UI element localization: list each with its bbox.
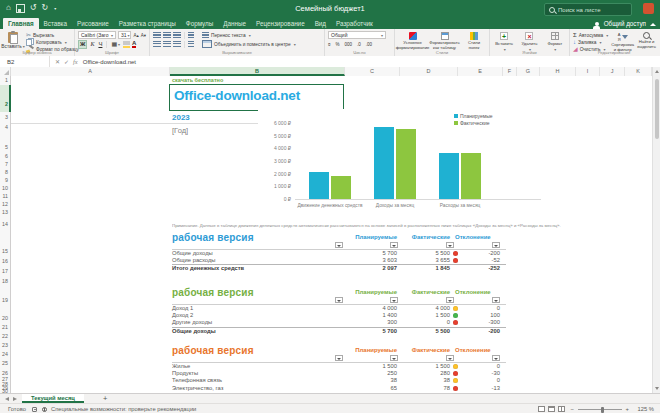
enter-icon[interactable]: ✓ bbox=[64, 58, 69, 65]
table-row[interactable]: Итого денежных средств2 0971 845-252 bbox=[172, 264, 506, 272]
row-header-13[interactable]: 13 bbox=[2, 209, 8, 215]
ribbon-tab-2[interactable]: Вставка bbox=[39, 18, 72, 29]
avatar[interactable] bbox=[643, 3, 654, 14]
merge-center-button[interactable]: Объединить и поместить в центре▾ bbox=[202, 40, 296, 48]
bar-planned-3[interactable] bbox=[439, 153, 459, 199]
table-row[interactable]: Телефонная связь38380 bbox=[172, 377, 506, 384]
underline-button[interactable]: Ч bbox=[97, 41, 103, 48]
table-row[interactable]: Общие расходы3 6033 655-52 bbox=[172, 257, 506, 264]
column-header-A[interactable]: A bbox=[11, 67, 170, 76]
row-header-17[interactable]: 17 bbox=[2, 268, 8, 274]
find-select-button[interactable]: Найти и выделить bbox=[637, 31, 656, 52]
indent-icon[interactable] bbox=[188, 41, 194, 47]
ribbon-tab-4[interactable]: Разметка страницы bbox=[114, 18, 181, 29]
zoom-out-button[interactable]: − bbox=[571, 406, 574, 412]
row-header-11[interactable]: 11 bbox=[3, 193, 9, 199]
qat-customize-icon[interactable]: ▾ bbox=[54, 6, 56, 11]
filter-button[interactable] bbox=[335, 242, 343, 248]
macro-record-icon[interactable] bbox=[32, 407, 37, 412]
column-header-G[interactable]: G bbox=[517, 67, 540, 76]
bar-planned-1[interactable] bbox=[309, 172, 329, 199]
row-header-7[interactable]: 7 bbox=[5, 161, 8, 167]
zoom-in-button[interactable]: + bbox=[626, 406, 629, 412]
column-header-F[interactable]: F bbox=[503, 67, 517, 76]
collapse-ribbon-icon[interactable] bbox=[650, 23, 656, 26]
home-icon[interactable]: ⌂ bbox=[6, 3, 11, 13]
table-row[interactable]: Общие доходы5 7005 500-200 bbox=[172, 250, 506, 257]
row-header-19[interactable]: 19 bbox=[2, 297, 8, 303]
scrollbar-thumb[interactable] bbox=[655, 79, 659, 139]
row-header-9[interactable]: 9 bbox=[5, 177, 8, 183]
row-header-5[interactable]: 5 bbox=[5, 144, 8, 150]
increase-decimal-button[interactable]: .0 bbox=[357, 42, 361, 47]
bar-actual-3[interactable] bbox=[461, 153, 481, 199]
filter-button[interactable] bbox=[492, 355, 500, 361]
add-sheet-button[interactable]: + bbox=[103, 394, 107, 403]
row-header-21[interactable]: 21 bbox=[2, 324, 8, 330]
bold-button[interactable]: Ж bbox=[78, 40, 87, 49]
sheet-tab-active[interactable]: Текущий месяц bbox=[22, 394, 84, 403]
undo-icon[interactable]: ↺ bbox=[30, 3, 37, 13]
row-header-10[interactable]: 10 bbox=[2, 185, 8, 191]
page-layout-view-icon[interactable] bbox=[548, 406, 555, 412]
bar-actual-2[interactable] bbox=[396, 129, 416, 199]
normal-view-icon[interactable] bbox=[538, 406, 545, 412]
table-row[interactable]: Продукты250280-30 bbox=[172, 370, 506, 377]
cancel-icon[interactable]: ✕ bbox=[55, 58, 60, 65]
bar-actual-1[interactable] bbox=[331, 176, 351, 199]
column-header-B[interactable]: B bbox=[170, 67, 345, 76]
column-header-J[interactable]: J bbox=[600, 67, 625, 76]
filter-button[interactable] bbox=[335, 355, 343, 361]
row-header-15[interactable]: 15 bbox=[2, 248, 8, 254]
row-header-18[interactable]: 18 bbox=[2, 278, 8, 284]
zoom-slider-track[interactable] bbox=[578, 409, 622, 410]
paste-button[interactable]: Вставить▾ bbox=[3, 31, 23, 52]
save-icon[interactable] bbox=[16, 4, 25, 13]
accounting-format-button[interactable]: ¤ bbox=[328, 42, 331, 47]
row-header-12[interactable]: 12 bbox=[2, 201, 8, 207]
number-format-select[interactable]: Общий▾ bbox=[328, 31, 386, 39]
table-row[interactable]: Жилье1 5001 5000 bbox=[172, 363, 506, 370]
ribbon-tab-5[interactable]: Формулы bbox=[181, 18, 218, 29]
share-button[interactable]: Общий доступ bbox=[595, 20, 646, 27]
align-middle-icon[interactable] bbox=[163, 32, 171, 38]
column-header-C[interactable]: C bbox=[345, 67, 400, 76]
scroll-down-icon[interactable] bbox=[655, 387, 659, 390]
filter-button[interactable] bbox=[492, 297, 500, 303]
table-row[interactable]: Доход 14 0004 0000 bbox=[172, 305, 506, 312]
borders-button[interactable]: ▦▾ bbox=[110, 41, 121, 48]
name-box[interactable]: B2 bbox=[0, 56, 50, 67]
filter-button[interactable] bbox=[390, 297, 398, 303]
row-header-24[interactable]: 24 bbox=[2, 351, 8, 357]
scroll-up-icon[interactable] bbox=[655, 70, 659, 73]
row-header-1[interactable]: 1 bbox=[5, 77, 8, 83]
formula-input[interactable]: Office-download.net bbox=[83, 59, 136, 65]
percent-button[interactable]: % bbox=[336, 42, 340, 47]
row-header-6[interactable]: 6 bbox=[5, 153, 8, 159]
format-as-table-button[interactable]: Форматировать как таблицу bbox=[430, 31, 459, 50]
ribbon-tab-7[interactable]: Рецензирование bbox=[251, 18, 310, 29]
comma-button[interactable]: 000 bbox=[345, 42, 353, 47]
next-sheet-icon[interactable] bbox=[13, 397, 17, 401]
ribbon-tab-8[interactable]: Вид bbox=[310, 18, 331, 29]
zoom-slider-thumb[interactable] bbox=[601, 407, 604, 413]
grow-font-button[interactable]: A▴ bbox=[133, 33, 138, 38]
row-header-25[interactable]: 25 bbox=[2, 360, 8, 366]
filter-button[interactable] bbox=[446, 242, 454, 248]
table-row[interactable]: Другие доходы3000-300 bbox=[172, 319, 506, 326]
orientation-icon[interactable] bbox=[188, 32, 194, 38]
column-header-D[interactable]: D bbox=[400, 67, 458, 76]
decrease-decimal-button[interactable]: .00 bbox=[366, 42, 372, 47]
align-left-icon[interactable] bbox=[153, 41, 161, 47]
row-header-23[interactable]: 23 bbox=[2, 342, 8, 348]
wrap-text-button[interactable]: Перенос текста▾ bbox=[202, 32, 251, 38]
filter-button[interactable] bbox=[390, 355, 398, 361]
row-header-2[interactable]: 2 bbox=[5, 101, 8, 107]
cell-styles-button[interactable]: Стили ячеек bbox=[462, 31, 486, 50]
vertical-scrollbar[interactable] bbox=[652, 67, 660, 393]
font-size-select[interactable]: 31▾ bbox=[118, 31, 132, 39]
align-bottom-icon[interactable] bbox=[173, 32, 181, 38]
ribbon-tab-1[interactable]: Главная bbox=[3, 18, 39, 29]
fill-color-button[interactable] bbox=[123, 41, 130, 48]
format-cells-button[interactable]: Формат▾ bbox=[544, 31, 566, 52]
